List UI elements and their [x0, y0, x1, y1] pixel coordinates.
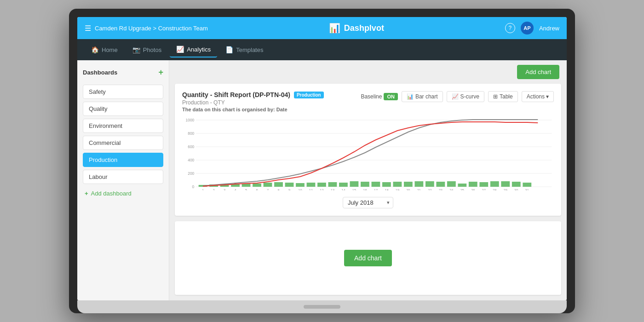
table-button[interactable]: ⊞ Table [488, 91, 518, 102]
svg-text:13: 13 [331, 188, 334, 190]
svg-text:30: 30 [514, 188, 518, 190]
photos-icon: 📷 [132, 46, 140, 53]
chart-title: Quantity - Shift Report (DP-PTN-04) Prod… [182, 91, 361, 98]
svg-text:7: 7 [267, 188, 269, 190]
svg-rect-23 [317, 183, 326, 187]
svg-rect-35 [447, 181, 456, 187]
analytics-icon: 📈 [176, 46, 184, 53]
svg-text:19: 19 [396, 188, 399, 190]
month-select-wrapper: July 2018 June 2018 August 2018 [343, 197, 393, 208]
content-area: Add chart Quantity - Shift Report (DP-PT… [169, 60, 567, 300]
svg-text:28: 28 [493, 188, 496, 190]
help-button[interactable]: ? [505, 23, 515, 33]
actions-label: Actions [527, 93, 545, 100]
nav-templates[interactable]: 📄 Templates [219, 42, 270, 57]
add-dashboard-icon: + [85, 190, 88, 197]
baseline-toggle[interactable]: ON [384, 93, 398, 100]
actions-chevron-icon: ▾ [546, 93, 549, 100]
main-layout: Dashboards + Safety Quality Environment … [77, 60, 567, 300]
svg-text:17: 17 [374, 188, 378, 190]
sidebar-title: Dashboards [83, 69, 117, 76]
svg-text:25: 25 [460, 188, 464, 190]
month-select[interactable]: July 2018 June 2018 August 2018 [343, 197, 393, 208]
sidebar-item-labour[interactable]: Labour [83, 170, 163, 184]
chart-subtitle: Production - QTY [182, 99, 361, 106]
svg-text:200: 200 [188, 171, 194, 176]
svg-text:2: 2 [213, 188, 214, 190]
svg-rect-32 [414, 181, 423, 187]
sidebar-item-commercial[interactable]: Commercial [83, 136, 163, 150]
svg-text:1: 1 [202, 188, 204, 190]
svg-rect-31 [404, 182, 413, 187]
svg-text:1000: 1000 [186, 118, 195, 122]
table-label: Table [500, 93, 513, 100]
add-chart-button-top[interactable]: Add chart [517, 65, 559, 79]
sidebar: Dashboards + Safety Quality Environment … [77, 60, 169, 300]
s-curve-button[interactable]: 📈 S-curve [447, 91, 484, 102]
chart-organiser-value: Date [276, 107, 288, 112]
svg-text:3: 3 [224, 188, 225, 190]
svg-text:8: 8 [277, 188, 279, 190]
svg-text:14: 14 [341, 188, 345, 190]
actions-button[interactable]: Actions ▾ [522, 91, 554, 102]
empty-chart-card: Add chart [175, 221, 561, 295]
avatar: AP [521, 22, 534, 34]
nav-photos[interactable]: 📷 Photos [126, 42, 168, 57]
bar-chart-icon: 📊 [407, 93, 414, 100]
svg-rect-25 [339, 183, 348, 187]
nav-home[interactable]: 🏠 Home [85, 42, 124, 57]
svg-rect-22 [307, 183, 316, 187]
nav-bar: 🏠 Home 📷 Photos 📈 Analytics 📄 Templates [77, 39, 567, 60]
sidebar-item-production[interactable]: Production [83, 153, 163, 167]
hamburger-icon[interactable]: ☰ [85, 24, 91, 33]
svg-text:16: 16 [363, 188, 367, 190]
sidebar-header: Dashboards + [83, 66, 163, 79]
svg-rect-37 [469, 182, 477, 187]
svg-rect-39 [490, 181, 499, 187]
laptop-notch [304, 305, 340, 309]
nav-templates-label: Templates [236, 46, 263, 53]
add-dashboard-label: Add dashboard [91, 190, 132, 197]
svg-text:15: 15 [352, 188, 356, 190]
svg-rect-20 [285, 183, 294, 187]
nav-home-label: Home [102, 46, 118, 53]
svg-text:10: 10 [298, 188, 302, 190]
svg-rect-28 [372, 182, 380, 187]
svg-text:24: 24 [449, 188, 454, 190]
chart-area: 0 200 400 600 800 1000 [182, 117, 554, 192]
nav-analytics[interactable]: 📈 Analytics [170, 42, 217, 58]
month-selector: July 2018 June 2018 August 2018 [182, 197, 554, 208]
sidebar-item-environment[interactable]: Environment [83, 119, 163, 133]
home-icon: 🏠 [91, 46, 99, 53]
svg-rect-26 [350, 181, 359, 187]
svg-text:27: 27 [482, 188, 486, 190]
chart-badge: Production [294, 92, 324, 98]
svg-rect-30 [393, 182, 402, 187]
svg-text:600: 600 [188, 144, 194, 149]
add-chart-button-center[interactable]: Add chart [344, 250, 392, 266]
top-bar: ☰ Camden Rd Upgrade > Construction Team … [77, 17, 567, 39]
top-bar-right: ? AP Andrew [505, 22, 559, 34]
chart-title-section: Quantity - Shift Report (DP-PTN-04) Prod… [182, 91, 361, 112]
bar-chart-button[interactable]: 📊 Bar chart [402, 91, 443, 102]
svg-text:23: 23 [439, 188, 443, 190]
laptop-screen: ☰ Camden Rd Upgrade > Construction Team … [77, 17, 567, 300]
sidebar-item-quality[interactable]: Quality [83, 102, 163, 116]
nav-photos-label: Photos [143, 46, 161, 53]
sidebar-add-icon[interactable]: + [158, 68, 163, 77]
svg-text:6: 6 [256, 188, 258, 190]
breadcrumb: Camden Rd Upgrade > Construction Team [95, 25, 208, 32]
top-bar-center: 📊 Dashplvot [208, 23, 505, 34]
svg-text:21: 21 [417, 188, 421, 190]
svg-text:18: 18 [385, 188, 388, 190]
add-dashboard-button[interactable]: + Add dashboard [83, 187, 163, 200]
svg-text:800: 800 [188, 131, 194, 136]
s-curve-icon: 📈 [452, 93, 459, 100]
sidebar-item-safety[interactable]: Safety [83, 85, 163, 99]
chart-organiser-label: The data on this chart is organised by: [182, 107, 275, 112]
svg-rect-21 [296, 183, 305, 187]
svg-text:0: 0 [192, 184, 195, 189]
chart-title-text: Quantity - Shift Report (DP-PTN-04) [182, 91, 290, 98]
table-icon: ⊞ [493, 93, 498, 100]
svg-rect-17 [253, 184, 261, 187]
